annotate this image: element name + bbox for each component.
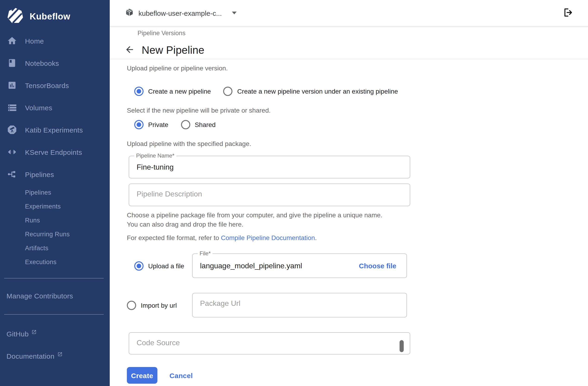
sidebar-subitem-recurring-runs[interactable]: Recurring Runs xyxy=(0,227,110,241)
compile-pipeline-documentation-link[interactable]: Compile Pipeline Documentation xyxy=(221,234,315,241)
radio-unselected-icon[interactable] xyxy=(181,120,190,129)
page-title: New Pipeline xyxy=(142,44,204,56)
choose-file-button[interactable]: Choose file xyxy=(359,262,396,270)
breadcrumb: Pipeline Versions xyxy=(138,28,588,38)
sidebar-item-label: Artifacts xyxy=(25,245,48,251)
radio-label: Private xyxy=(148,121,168,128)
sidebar-divider xyxy=(4,314,104,315)
caret-down-icon xyxy=(232,12,237,14)
file-help-line1: Choose a pipeline package file from your… xyxy=(127,210,588,220)
sidebar-subitem-artifacts[interactable]: Artifacts xyxy=(0,241,110,255)
sidebar-item-kserve-endpoints[interactable]: KServe Endpoints xyxy=(0,141,110,163)
sidebar-item-tensorboards[interactable]: TensorBoards xyxy=(0,74,110,96)
radio-unselected-icon[interactable] xyxy=(127,300,136,310)
file-field-label: File* xyxy=(198,250,212,257)
pipeline-description-input[interactable] xyxy=(129,184,410,206)
package-url-input[interactable] xyxy=(193,293,406,317)
file-help-text: Choose a pipeline package file from your… xyxy=(127,210,588,229)
sidebar-item-notebooks[interactable]: Notebooks xyxy=(0,52,110,74)
sidebar-item-label: Runs xyxy=(25,217,40,224)
double-arrow-icon xyxy=(6,146,18,158)
external-link-icon xyxy=(31,329,37,334)
logout-button[interactable] xyxy=(561,5,575,21)
form-actions: Create Cancel xyxy=(127,367,588,384)
kubeflow-app: Kubeflow Home Notebooks TensorBoards xyxy=(0,0,588,386)
file-field[interactable]: File* language_model_pipeline.yaml Choos… xyxy=(192,253,407,278)
sidebar-item-label: Executions xyxy=(25,258,57,265)
file-name-value: language_model_pipeline.yaml xyxy=(200,262,359,270)
github-label: GitHub xyxy=(6,330,29,338)
sidebar: Kubeflow Home Notebooks TensorBoards xyxy=(0,0,110,386)
format-prefix: For expected file format, refer to xyxy=(127,234,221,241)
radio-label: Create a new pipeline version under an e… xyxy=(237,88,398,95)
radio-selected-icon[interactable] xyxy=(134,87,144,96)
external-link-icon xyxy=(57,351,62,357)
sidebar-subitem-runs[interactable]: Runs xyxy=(0,213,110,227)
code-source-field[interactable] xyxy=(129,332,410,355)
upload-file-row: Upload a file File* language_model_pipel… xyxy=(127,253,588,278)
sidebar-item-katib-experiments[interactable]: Katib Experiments xyxy=(0,119,110,141)
namespace-label: kubeflow-user-example-c... xyxy=(138,9,222,17)
topbar: kubeflow-user-example-c... xyxy=(110,0,588,26)
radio-import-by-url[interactable]: Import by url xyxy=(127,300,177,310)
namespace-selector[interactable]: kubeflow-user-example-c... xyxy=(125,8,237,18)
documentation-label: Documentation xyxy=(6,352,54,360)
sidebar-item-label: Recurring Runs xyxy=(25,230,70,237)
visibility-radio-group: Private Shared xyxy=(127,115,588,134)
documentation-link[interactable]: Documentation xyxy=(0,348,110,364)
bar-chart-icon xyxy=(6,80,18,91)
create-button[interactable]: Create xyxy=(127,367,157,384)
radio-shared[interactable]: Shared xyxy=(181,120,215,129)
pipeline-name-field[interactable]: Pipeline Name* xyxy=(129,156,410,178)
github-link[interactable]: GitHub xyxy=(0,326,110,341)
sidebar-item-label: Pipelines xyxy=(25,189,51,196)
telescope-octagon-icon xyxy=(6,124,18,135)
sidebar-item-home[interactable]: Home xyxy=(0,30,110,52)
cancel-button[interactable]: Cancel xyxy=(167,371,196,380)
radio-label: Upload a file xyxy=(148,262,184,270)
upload-type-hint: Upload pipeline or pipeline version. xyxy=(127,64,588,73)
radio-label: Create a new pipeline xyxy=(148,88,211,95)
radio-create-pipeline-version[interactable]: Create a new pipeline version under an e… xyxy=(223,87,398,96)
notebook-icon xyxy=(6,57,18,68)
package-url-field[interactable] xyxy=(192,293,407,318)
sidebar-subitem-experiments[interactable]: Experiments xyxy=(0,199,110,213)
logo-row[interactable]: Kubeflow xyxy=(0,0,110,27)
manage-contributors-label: Manage Contributors xyxy=(6,292,73,300)
radio-selected-icon[interactable] xyxy=(134,120,144,129)
scrollbar-thumb[interactable] xyxy=(399,340,404,352)
radio-unselected-icon[interactable] xyxy=(223,87,233,96)
sidebar-subitem-executions[interactable]: Executions xyxy=(0,255,110,269)
visibility-hint: Select if the new pipeline will be priva… xyxy=(127,106,588,115)
sidebar-item-label: Katib Experiments xyxy=(25,126,83,134)
back-arrow-icon xyxy=(125,44,135,56)
package-cube-icon xyxy=(125,8,134,18)
logo-text: Kubeflow xyxy=(30,12,70,22)
sidebar-item-label: Notebooks xyxy=(25,59,59,67)
back-button[interactable] xyxy=(123,42,137,58)
main-area: kubeflow-user-example-c... Pipeline Vers… xyxy=(110,0,588,386)
home-icon xyxy=(6,35,18,46)
sidebar-item-label: KServe Endpoints xyxy=(25,148,82,156)
sidebar-item-pipelines[interactable]: Pipelines xyxy=(0,163,110,185)
sidebar-nav: Home Notebooks TensorBoards Volumes xyxy=(0,30,110,269)
manage-contributors-link[interactable]: Manage Contributors xyxy=(0,286,110,305)
pipeline-description-field[interactable] xyxy=(129,183,410,206)
radio-selected-icon[interactable] xyxy=(134,261,144,270)
radio-label: Import by url xyxy=(141,301,177,309)
radio-private[interactable]: Private xyxy=(134,120,168,129)
pipeline-name-label: Pipeline Name* xyxy=(134,153,176,159)
code-source-input[interactable] xyxy=(129,333,410,354)
page-header: Pipeline Versions New Pipeline xyxy=(110,28,588,59)
radio-create-new-pipeline[interactable]: Create a new pipeline xyxy=(134,87,211,96)
kubeflow-logo-icon xyxy=(6,7,24,26)
format-help-text: For expected file format, refer to Compi… xyxy=(127,233,588,242)
sidebar-item-label: Volumes xyxy=(25,104,52,112)
radio-upload-file[interactable]: Upload a file xyxy=(127,261,184,270)
sidebar-subitem-pipelines[interactable]: Pipelines xyxy=(0,185,110,199)
pipelines-subnav: Pipelines Experiments Runs Recurring Run… xyxy=(0,185,110,269)
sidebar-item-volumes[interactable]: Volumes xyxy=(0,96,110,119)
pipeline-name-input[interactable] xyxy=(129,156,410,178)
storage-icon xyxy=(6,102,18,113)
sidebar-item-label: Home xyxy=(25,37,44,45)
